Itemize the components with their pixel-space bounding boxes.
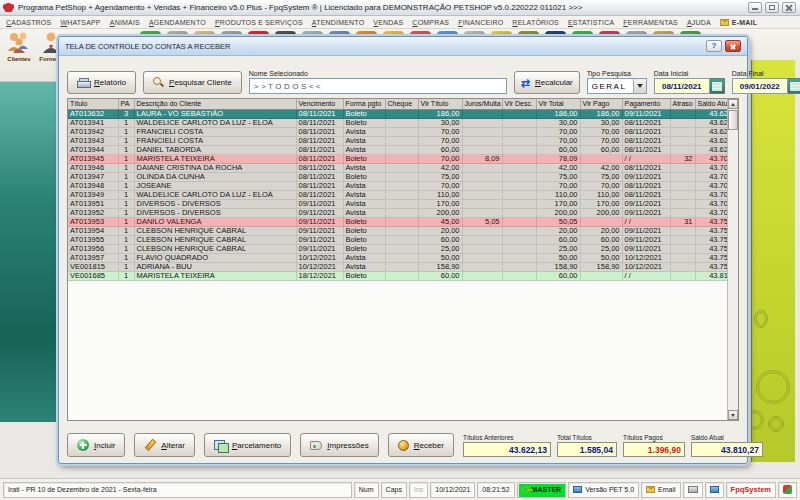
table-row[interactable]: AT0139441DANIEL TABORDA08/11/2021Avista6…: [68, 145, 739, 154]
column-header[interactable]: Juros/Multa: [462, 99, 502, 109]
toolbar-button-clientes[interactable]: Clientes: [4, 31, 34, 79]
status-print[interactable]: [683, 482, 703, 498]
toolbar-label-clientes: Clientes: [7, 56, 30, 62]
column-header[interactable]: Vlr Título: [418, 99, 462, 109]
recalcular-button[interactable]: ⇄ Recalcular: [514, 71, 580, 94]
alterar-button[interactable]: Alterar: [134, 433, 195, 457]
menu-item-produtos-e-servi-os[interactable]: PRODUTOS E SERVIÇOS: [215, 19, 303, 26]
swap-arrows-icon: ⇄: [521, 78, 530, 88]
menu-item-estatistica[interactable]: ESTATISTICA: [568, 19, 614, 26]
menu-item-animais[interactable]: ANIMAIS: [110, 19, 140, 26]
column-header[interactable]: Vencimento: [296, 99, 343, 109]
table-row[interactable]: AT0139521DIVERSOS - DIVERSOS09/11/2021Av…: [68, 208, 739, 217]
menu-item-compras[interactable]: COMPRAS: [412, 19, 449, 26]
column-header[interactable]: Atraso: [670, 99, 695, 109]
table-cell: 1: [118, 181, 134, 190]
fpq-logo-icon: [783, 485, 792, 494]
table-row[interactable]: AT0139431FRANCIELI COSTA08/11/2021Avista…: [68, 136, 739, 145]
table-cell: DANILO VALENGA: [134, 217, 296, 226]
table-cell: [502, 163, 536, 172]
receber-button[interactable]: Receber: [388, 433, 454, 457]
table-row[interactable]: AT0139481JOSEANE08/11/2021Avista70,0070,…: [68, 181, 739, 190]
status-email[interactable]: Email: [641, 482, 681, 498]
table-cell: 1: [118, 262, 134, 271]
plus-icon: [77, 439, 89, 451]
total-titulos-label: Total Títulos: [557, 434, 617, 441]
menu-item-atendimento[interactable]: ATENDIMENTO: [312, 19, 365, 26]
impressoes-button[interactable]: Impressões: [300, 433, 378, 457]
data-inicial-input[interactable]: [654, 78, 710, 94]
menu-item-relat-rios[interactable]: RELATÓRIOS: [512, 19, 559, 26]
table-row[interactable]: AT0139491WALDELICE CARLOTO DA LUZ - ELOÁ…: [68, 190, 739, 199]
menu-item-financeiro[interactable]: FINANCEIRO: [458, 19, 503, 26]
computer-icon: [573, 486, 582, 493]
tipo-pesquisa-value: GERAL: [588, 82, 633, 91]
table-cell: 08/11/2021: [296, 136, 343, 145]
table-cell: / /: [622, 154, 670, 163]
calendar-icon[interactable]: [788, 78, 800, 94]
table-row[interactable]: AT0139461DAIANE CRISTINA DA ROCHA08/11/2…: [68, 163, 739, 172]
table-row[interactable]: VE0018151ADRIANA - BUU10/12/2021Avista15…: [68, 262, 739, 271]
table-row[interactable]: VE0016851MARISTELA TEIXEIRA18/12/2021Bol…: [68, 271, 739, 280]
table-row[interactable]: AT0139531DANILO VALENGA09/11/2021Boleto4…: [68, 217, 739, 226]
pesquisar-cliente-button[interactable]: Pesquisar Cliente: [143, 71, 242, 94]
table-cell: 1: [118, 226, 134, 235]
parcelamento-button[interactable]: Parcelamento: [204, 433, 291, 457]
dialog-titlebar[interactable]: TELA DE CONTROLE DO CONTAS A RECEBER ?: [59, 37, 747, 56]
column-header[interactable]: PA: [118, 99, 134, 109]
table-cell: 78,09: [536, 154, 580, 163]
scroll-up-icon[interactable]: [728, 99, 738, 109]
help-button[interactable]: ?: [706, 40, 722, 52]
maximize-button[interactable]: [765, 2, 779, 13]
vertical-scrollbar[interactable]: [727, 99, 738, 420]
table-row[interactable]: AT0139421FRANCIELI COSTA08/11/2021Avista…: [68, 127, 739, 136]
minimize-button[interactable]: [748, 2, 762, 13]
nome-selecionado-input[interactable]: [249, 78, 507, 94]
table-cell: [462, 145, 502, 154]
scrollbar-thumb[interactable]: [728, 110, 738, 130]
table-cell: Boleto: [343, 244, 385, 253]
chevron-down-icon[interactable]: [633, 79, 646, 93]
table-row[interactable]: AT0139411WALDELICE CARLOTO DA LUZ - ELOÁ…: [68, 118, 739, 127]
table-row[interactable]: AT0139511DIVERSOS - DIVERSOS09/11/2021Av…: [68, 199, 739, 208]
table-row[interactable]: AT0139561CLEBSON HENRIQUE CABRAL09/11/20…: [68, 244, 739, 253]
calendar-icon[interactable]: [710, 78, 725, 94]
table-row[interactable]: AT0139541CLEBSON HENRIQUE CABRAL09/11/20…: [68, 226, 739, 235]
tipo-pesquisa-select[interactable]: GERAL: [587, 78, 647, 94]
relatorio-button[interactable]: Relatório: [67, 71, 136, 94]
column-header[interactable]: Forma pgto: [343, 99, 385, 109]
table-row[interactable]: AT0139571FLAVIO QUADRADO10/12/2021Avista…: [68, 253, 739, 262]
close-button[interactable]: [782, 2, 796, 13]
table-cell: Avista: [343, 127, 385, 136]
table-cell: AT013956: [68, 244, 118, 253]
table-cell: [670, 136, 695, 145]
table-row[interactable]: AT0139451MARISTELA TEIXEIRA08/11/2021Bol…: [68, 154, 739, 163]
column-header[interactable]: Vlr Desc.: [502, 99, 536, 109]
column-header[interactable]: Pagamento: [622, 99, 670, 109]
column-header[interactable]: Vlr Total: [536, 99, 580, 109]
data-final-input[interactable]: [732, 78, 788, 94]
table-cell: 75,00: [418, 172, 462, 181]
column-header[interactable]: Descrição do Cliente: [134, 99, 296, 109]
menu-item-e-mail[interactable]: E-MAIL: [720, 19, 757, 26]
table-cell: Avista: [343, 190, 385, 199]
column-header[interactable]: Vlr Pago: [580, 99, 622, 109]
menu-item-ferramentas[interactable]: FERRAMENTAS: [623, 19, 678, 26]
scroll-down-icon[interactable]: [728, 410, 738, 420]
table-cell: AT013947: [68, 172, 118, 181]
table-row[interactable]: AT0136323LAURA - VÓ SEBASTIÃO08/11/2021B…: [68, 109, 739, 118]
menu-item-cadastros[interactable]: CADASTROS: [6, 19, 51, 26]
incluir-label: Incluir: [94, 441, 115, 450]
table-cell: [502, 262, 536, 271]
column-header[interactable]: Cheque: [385, 99, 418, 109]
table-row[interactable]: AT0139551CLEBSON HENRIQUE CABRAL09/11/20…: [68, 235, 739, 244]
menu-item-agendamento[interactable]: AGENDAMENTO: [149, 19, 206, 26]
menu-item-whatsapp[interactable]: WHATSAPP: [60, 19, 100, 26]
table-row[interactable]: AT0139471OLINDA DA CUNHA08/11/2021Boleto…: [68, 172, 739, 181]
incluir-button[interactable]: Incluir: [67, 433, 125, 457]
column-header[interactable]: Título: [68, 99, 118, 109]
menu-item-ajuda[interactable]: AJUDA: [687, 19, 711, 26]
dialog-close-button[interactable]: [725, 40, 741, 52]
status-monitor[interactable]: [705, 482, 724, 498]
menu-item-vendas[interactable]: VENDAS: [373, 19, 403, 26]
